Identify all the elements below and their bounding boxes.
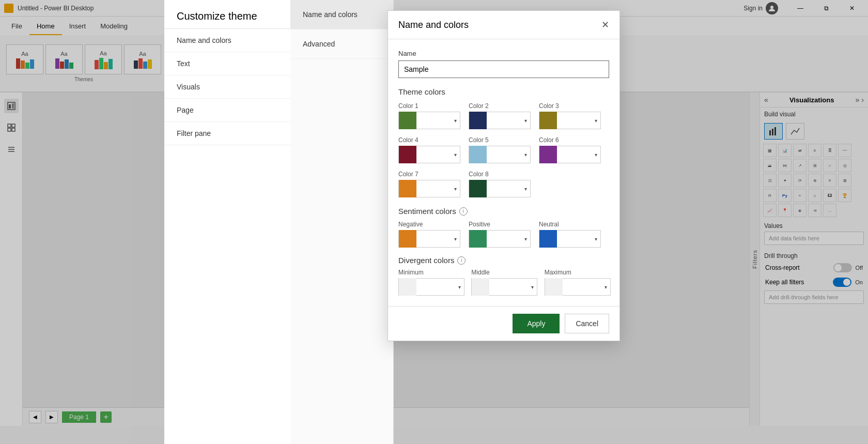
color-5-label: Color 5 xyxy=(469,136,531,144)
sentiment-section: Sentiment colors i Negative ▾ Positive xyxy=(398,207,609,248)
sentiment-colors: Negative ▾ Positive ▾ xyxy=(398,221,609,248)
neutral-swatch xyxy=(539,230,557,248)
positive-swatch xyxy=(469,230,487,248)
middle-field: Middle ▾ xyxy=(471,269,536,296)
color-7-label: Color 7 xyxy=(398,171,460,178)
color-1-picker[interactable]: ▾ xyxy=(398,112,460,129)
negative-swatch xyxy=(399,230,416,248)
minimum-picker[interactable]: ▾ xyxy=(398,278,464,296)
color-7-dropdown[interactable]: ▾ xyxy=(416,186,460,192)
chevron-down-icon: ▾ xyxy=(524,118,527,124)
color-3-label: Color 3 xyxy=(539,102,601,110)
minimum-label: Minimum xyxy=(398,269,463,276)
color-1-dropdown[interactable]: ▾ xyxy=(416,118,460,124)
subnav-advanced[interactable]: Advanced xyxy=(290,29,393,59)
color-3-picker[interactable]: ▾ xyxy=(539,112,601,129)
negative-picker[interactable]: ▾ xyxy=(398,230,460,248)
maximum-picker[interactable]: ▾ xyxy=(545,278,611,296)
minimum-swatch xyxy=(399,278,416,296)
negative-field: Negative ▾ xyxy=(398,221,460,248)
divergent-section: Divergent colors i Minimum ▾ Middle ▾ xyxy=(398,256,609,296)
dialog-close-button[interactable]: ✕ xyxy=(601,19,609,30)
color-7-swatch xyxy=(399,180,416,197)
color-2-label: Color 2 xyxy=(469,102,531,110)
chevron-down-icon: ▾ xyxy=(454,236,457,242)
negative-dropdown[interactable]: ▾ xyxy=(416,236,460,242)
color-5-dropdown[interactable]: ▾ xyxy=(487,152,530,158)
neutral-picker[interactable]: ▾ xyxy=(539,230,601,248)
color-field-1: Color 1 ▾ xyxy=(398,102,460,129)
color-1-swatch xyxy=(399,112,416,129)
color-field-8: Color 8 ▾ xyxy=(469,171,531,197)
color-8-dropdown[interactable]: ▾ xyxy=(487,186,530,192)
color-8-swatch xyxy=(469,180,487,197)
color-5-swatch xyxy=(469,146,487,163)
positive-dropdown[interactable]: ▾ xyxy=(487,236,530,242)
color-2-swatch xyxy=(469,112,487,129)
color-5-picker[interactable]: ▾ xyxy=(469,146,531,163)
color-field-2: Color 2 ▾ xyxy=(469,102,531,129)
dialog-header: Name and colors ✕ xyxy=(388,11,619,39)
subnav-name-colors[interactable]: Name and colors xyxy=(290,0,393,29)
cancel-button[interactable]: Cancel xyxy=(565,314,609,333)
color-1-label: Color 1 xyxy=(398,102,460,110)
chevron-down-icon: ▾ xyxy=(595,236,597,242)
positive-field: Positive ▾ xyxy=(469,221,531,248)
subnav-panel: Name and colors Advanced xyxy=(290,0,394,444)
neutral-dropdown[interactable]: ▾ xyxy=(557,236,600,242)
color-6-label: Color 6 xyxy=(539,136,601,144)
chevron-down-icon: ▾ xyxy=(524,236,527,242)
divergent-title-row: Divergent colors i xyxy=(398,256,609,265)
chevron-down-icon: ▾ xyxy=(595,152,597,158)
maximum-field: Maximum ▾ xyxy=(545,269,609,296)
name-input[interactable] xyxy=(398,60,609,78)
name-field-label: Name xyxy=(398,50,609,57)
color-4-picker[interactable]: ▾ xyxy=(398,146,460,163)
dialog-title: Name and colors xyxy=(398,20,469,30)
color-4-dropdown[interactable]: ▾ xyxy=(416,152,460,158)
middle-label: Middle xyxy=(471,269,536,276)
positive-picker[interactable]: ▾ xyxy=(469,230,531,248)
apply-button[interactable]: Apply xyxy=(513,314,560,333)
chevron-down-icon: ▾ xyxy=(524,152,527,158)
maximum-dropdown[interactable]: ▾ xyxy=(563,284,610,290)
middle-picker[interactable]: ▾ xyxy=(471,278,537,296)
maximum-swatch xyxy=(545,278,563,296)
color-6-dropdown[interactable]: ▾ xyxy=(557,152,600,158)
chevron-down-icon: ▾ xyxy=(458,284,461,290)
minimum-dropdown[interactable]: ▾ xyxy=(416,284,464,290)
color-6-swatch xyxy=(539,146,557,163)
middle-swatch xyxy=(472,278,489,296)
color-4-swatch xyxy=(399,146,416,163)
color-row-3: Color 7 ▾ Color 8 ▾ xyxy=(398,171,609,197)
neutral-label: Neutral xyxy=(539,221,601,228)
chevron-down-icon: ▾ xyxy=(454,152,457,158)
color-3-dropdown[interactable]: ▾ xyxy=(557,118,600,124)
color-field-3: Color 3 ▾ xyxy=(539,102,601,129)
chevron-down-icon: ▾ xyxy=(595,118,597,124)
chevron-down-icon: ▾ xyxy=(454,186,457,192)
color-field-7: Color 7 ▾ xyxy=(398,171,460,197)
divergent-color-row: Minimum ▾ Middle ▾ Maximum xyxy=(398,269,609,296)
divergent-info-icon: i xyxy=(457,256,466,265)
maximum-label: Maximum xyxy=(545,269,609,276)
name-and-colors-dialog: Name and colors ✕ Name Theme colors Colo… xyxy=(388,10,620,341)
color-7-picker[interactable]: ▾ xyxy=(398,180,460,197)
color-4-label: Color 4 xyxy=(398,136,460,144)
divergent-title: Divergent colors xyxy=(398,256,454,265)
color-2-dropdown[interactable]: ▾ xyxy=(487,118,530,124)
color-field-6: Color 6 ▾ xyxy=(539,136,601,163)
minimum-field: Minimum ▾ xyxy=(398,269,463,296)
color-8-picker[interactable]: ▾ xyxy=(469,180,531,197)
color-field-4: Color 4 ▾ xyxy=(398,136,460,163)
dialog-body: Name Theme colors Color 1 ▾ Color 2 xyxy=(388,39,619,306)
neutral-field: Neutral ▾ xyxy=(539,221,601,248)
sentiment-title: Sentiment colors xyxy=(398,207,456,216)
chevron-down-icon: ▾ xyxy=(531,284,534,290)
positive-label: Positive xyxy=(469,221,531,228)
color-field-5: Color 5 ▾ xyxy=(469,136,531,163)
sentiment-color-row: Negative ▾ Positive ▾ xyxy=(398,221,609,248)
color-2-picker[interactable]: ▾ xyxy=(469,112,531,129)
color-6-picker[interactable]: ▾ xyxy=(539,146,601,163)
middle-dropdown[interactable]: ▾ xyxy=(489,284,537,290)
